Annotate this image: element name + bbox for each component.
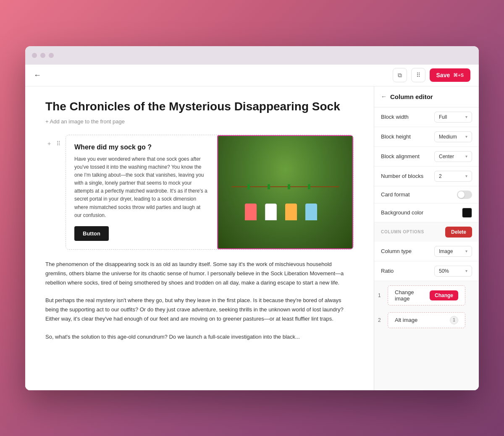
panel-title: Column editor <box>390 93 433 100</box>
col-image[interactable]: FULL WIDTH + + <box>217 135 353 250</box>
clothespeg-4 <box>308 184 310 189</box>
column-options-header: COLUMN OPTIONS Delete <box>374 222 479 242</box>
alt-image-label: Alt image <box>395 317 450 323</box>
card-format-label: Card format <box>381 191 410 198</box>
editor-pane: The Chronicles of the Mysterious Disappe… <box>25 86 374 390</box>
alt-image-item: 2 Alt image 1 <box>388 312 465 328</box>
socks-image <box>218 136 352 249</box>
chevron-down-icon: ▾ <box>465 115 467 119</box>
col-heading: Where did my sock go ? <box>74 144 209 151</box>
panel-row-block-width: Block width Full ▾ <box>374 107 479 127</box>
change-image-label: Change image <box>395 289 430 302</box>
alt-image-value: 1 <box>450 316 458 324</box>
right-panel: ← Column editor Block width Full ▾ Block… <box>374 86 479 390</box>
traffic-light-yellow <box>40 53 45 58</box>
block-width-label: Block width <box>381 114 409 120</box>
grid-button[interactable]: ⠿ <box>411 68 425 82</box>
change-image-button[interactable]: Change <box>430 290 458 300</box>
block-height-label: Block height <box>381 133 411 140</box>
panel-row-block-alignment: Block alignment Center ▾ <box>374 147 479 167</box>
toggle-knob <box>458 191 465 198</box>
col-text: Where did my sock go ? Have you ever won… <box>66 135 217 250</box>
panel-row-bg-color: Background color <box>374 204 479 222</box>
toolbar: ← ⧉ ⠿ Save ⌘+S <box>25 65 479 86</box>
clothespeg-2 <box>268 184 270 189</box>
item-number-2: 2 <box>378 317 381 323</box>
column-options-label: COLUMN OPTIONS <box>381 230 424 234</box>
page-title: The Chronicles of the Mysterious Disappe… <box>45 100 354 113</box>
add-image-link[interactable]: + Add an image to the front page <box>45 118 354 125</box>
browser-window: ← ⧉ ⠿ Save ⌘+S The Chronicles of the Mys… <box>25 46 479 390</box>
col-body: Have you ever wondered where that one so… <box>74 155 209 220</box>
chevron-down-icon: ▾ <box>465 174 467 178</box>
block-row: + ⠿ Where did my sock go ? Have you ever… <box>45 135 354 250</box>
item-number-1: 1 <box>378 292 381 298</box>
card-format-toggle[interactable] <box>457 191 472 199</box>
body-paragraph-3: So, what's the solution to this age-old … <box>45 332 354 342</box>
delete-button[interactable]: Delete <box>445 227 472 238</box>
save-button[interactable]: Save ⌘+S <box>430 68 470 82</box>
panel-row-ratio: Ratio 50% ▾ <box>374 261 479 281</box>
body-paragraph-1: The phenomenon of the disappearing sock … <box>45 260 354 287</box>
sock-3 <box>285 204 297 220</box>
chevron-down-icon: ▾ <box>465 269 467 273</box>
browser-content: ← ⧉ ⠿ Save ⌘+S The Chronicles of the Mys… <box>25 65 479 390</box>
main-area: The Chronicles of the Mysterious Disappe… <box>25 86 479 390</box>
traffic-light-red <box>32 53 37 58</box>
chevron-down-icon: ▾ <box>465 134 467 139</box>
back-arrow-icon[interactable]: ← <box>34 71 41 80</box>
toolbar-right: ⧉ ⠿ Save ⌘+S <box>393 68 470 82</box>
toolbar-left: ← <box>34 71 41 80</box>
clothespeg-1 <box>247 184 250 189</box>
block-width-select[interactable]: Full ▾ <box>434 112 472 123</box>
ratio-select[interactable]: 50% ▾ <box>434 266 472 277</box>
export-button[interactable]: ⧉ <box>393 68 407 82</box>
ratio-label: Ratio <box>381 268 394 274</box>
panel-row-block-height: Block height Medium ▾ <box>374 127 479 147</box>
block-height-select[interactable]: Medium ▾ <box>434 131 472 142</box>
block-actions: + ⠿ <box>45 140 62 147</box>
num-blocks-label: Number of blocks <box>381 173 423 179</box>
bg-color-swatch[interactable] <box>462 208 472 218</box>
traffic-light-green <box>49 53 54 58</box>
two-col-block: Where did my sock go ? Have you ever won… <box>66 135 354 250</box>
col-button[interactable]: Button <box>74 226 109 241</box>
bg-color-label: Background color <box>381 209 423 216</box>
block-alignment-label: Block alignment <box>381 153 420 159</box>
column-type-label: Column type <box>381 248 412 254</box>
browser-chrome <box>25 46 479 65</box>
drag-block-icon[interactable]: ⠿ <box>55 140 62 147</box>
block-alignment-select[interactable]: Center ▾ <box>434 151 472 162</box>
sock-1 <box>245 204 257 220</box>
panel-row-card-format: Card format <box>374 186 479 204</box>
add-block-icon[interactable]: + <box>45 140 53 147</box>
body-paragraph-2: But perhaps the real mystery isn't where… <box>45 296 354 324</box>
chevron-down-icon: ▾ <box>465 249 467 253</box>
sock-2 <box>265 204 277 220</box>
panel-row-column-type: Column type Image ▾ <box>374 242 479 261</box>
change-image-item: 1 Change image Change <box>388 285 465 305</box>
panel-row-num-blocks: Number of blocks 2 ▾ <box>374 167 479 186</box>
panel-header: ← Column editor <box>374 86 479 107</box>
panel-back-icon[interactable]: ← <box>381 93 387 100</box>
chevron-down-icon: ▾ <box>465 154 467 159</box>
num-blocks-select[interactable]: 2 ▾ <box>434 171 472 182</box>
clothespeg-3 <box>288 184 290 189</box>
column-type-select[interactable]: Image ▾ <box>434 246 472 257</box>
sock-4 <box>305 204 317 220</box>
